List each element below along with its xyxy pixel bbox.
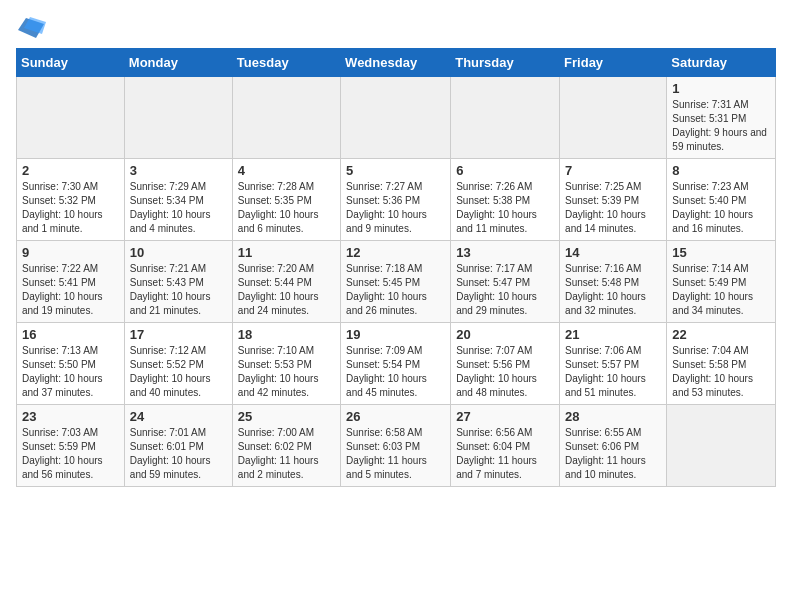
day-cell: 26Sunrise: 6:58 AM Sunset: 6:03 PM Dayli… [341,405,451,487]
day-number: 17 [130,327,227,342]
day-cell: 17Sunrise: 7:12 AM Sunset: 5:52 PM Dayli… [124,323,232,405]
day-info: Sunrise: 7:17 AM Sunset: 5:47 PM Dayligh… [456,262,554,318]
day-cell: 2Sunrise: 7:30 AM Sunset: 5:32 PM Daylig… [17,159,125,241]
day-info: Sunrise: 7:07 AM Sunset: 5:56 PM Dayligh… [456,344,554,400]
day-number: 16 [22,327,119,342]
week-row-5: 23Sunrise: 7:03 AM Sunset: 5:59 PM Dayli… [17,405,776,487]
day-cell: 24Sunrise: 7:01 AM Sunset: 6:01 PM Dayli… [124,405,232,487]
day-cell: 10Sunrise: 7:21 AM Sunset: 5:43 PM Dayli… [124,241,232,323]
day-number: 18 [238,327,335,342]
header-wednesday: Wednesday [341,49,451,77]
day-cell: 27Sunrise: 6:56 AM Sunset: 6:04 PM Dayli… [451,405,560,487]
day-number: 21 [565,327,661,342]
day-number: 19 [346,327,445,342]
day-number: 13 [456,245,554,260]
day-number: 22 [672,327,770,342]
day-info: Sunrise: 7:04 AM Sunset: 5:58 PM Dayligh… [672,344,770,400]
day-cell [17,77,125,159]
day-number: 1 [672,81,770,96]
day-cell: 25Sunrise: 7:00 AM Sunset: 6:02 PM Dayli… [232,405,340,487]
day-cell [232,77,340,159]
day-number: 2 [22,163,119,178]
logo-icon [16,16,46,40]
day-info: Sunrise: 6:58 AM Sunset: 6:03 PM Dayligh… [346,426,445,482]
day-info: Sunrise: 7:27 AM Sunset: 5:36 PM Dayligh… [346,180,445,236]
day-info: Sunrise: 7:20 AM Sunset: 5:44 PM Dayligh… [238,262,335,318]
day-cell: 5Sunrise: 7:27 AM Sunset: 5:36 PM Daylig… [341,159,451,241]
day-info: Sunrise: 7:29 AM Sunset: 5:34 PM Dayligh… [130,180,227,236]
calendar-table: SundayMondayTuesdayWednesdayThursdayFrid… [16,48,776,487]
day-cell: 13Sunrise: 7:17 AM Sunset: 5:47 PM Dayli… [451,241,560,323]
day-number: 10 [130,245,227,260]
day-info: Sunrise: 7:00 AM Sunset: 6:02 PM Dayligh… [238,426,335,482]
day-info: Sunrise: 7:28 AM Sunset: 5:35 PM Dayligh… [238,180,335,236]
day-info: Sunrise: 7:09 AM Sunset: 5:54 PM Dayligh… [346,344,445,400]
day-cell: 7Sunrise: 7:25 AM Sunset: 5:39 PM Daylig… [560,159,667,241]
week-row-1: 1Sunrise: 7:31 AM Sunset: 5:31 PM Daylig… [17,77,776,159]
day-info: Sunrise: 7:31 AM Sunset: 5:31 PM Dayligh… [672,98,770,154]
day-cell [341,77,451,159]
header-friday: Friday [560,49,667,77]
week-row-3: 9Sunrise: 7:22 AM Sunset: 5:41 PM Daylig… [17,241,776,323]
day-number: 9 [22,245,119,260]
day-number: 6 [456,163,554,178]
day-info: Sunrise: 7:18 AM Sunset: 5:45 PM Dayligh… [346,262,445,318]
day-cell: 3Sunrise: 7:29 AM Sunset: 5:34 PM Daylig… [124,159,232,241]
day-number: 28 [565,409,661,424]
day-number: 5 [346,163,445,178]
week-row-2: 2Sunrise: 7:30 AM Sunset: 5:32 PM Daylig… [17,159,776,241]
day-number: 24 [130,409,227,424]
header-tuesday: Tuesday [232,49,340,77]
logo [16,16,50,40]
day-cell [451,77,560,159]
day-cell [124,77,232,159]
day-cell: 20Sunrise: 7:07 AM Sunset: 5:56 PM Dayli… [451,323,560,405]
day-number: 15 [672,245,770,260]
calendar-body: 1Sunrise: 7:31 AM Sunset: 5:31 PM Daylig… [17,77,776,487]
day-info: Sunrise: 7:06 AM Sunset: 5:57 PM Dayligh… [565,344,661,400]
day-cell: 12Sunrise: 7:18 AM Sunset: 5:45 PM Dayli… [341,241,451,323]
calendar-header: SundayMondayTuesdayWednesdayThursdayFrid… [17,49,776,77]
day-info: Sunrise: 7:10 AM Sunset: 5:53 PM Dayligh… [238,344,335,400]
day-number: 12 [346,245,445,260]
day-cell: 8Sunrise: 7:23 AM Sunset: 5:40 PM Daylig… [667,159,776,241]
day-number: 20 [456,327,554,342]
day-info: Sunrise: 7:16 AM Sunset: 5:48 PM Dayligh… [565,262,661,318]
day-cell: 21Sunrise: 7:06 AM Sunset: 5:57 PM Dayli… [560,323,667,405]
day-number: 25 [238,409,335,424]
day-number: 14 [565,245,661,260]
header-monday: Monday [124,49,232,77]
day-cell: 4Sunrise: 7:28 AM Sunset: 5:35 PM Daylig… [232,159,340,241]
week-row-4: 16Sunrise: 7:13 AM Sunset: 5:50 PM Dayli… [17,323,776,405]
day-cell: 11Sunrise: 7:20 AM Sunset: 5:44 PM Dayli… [232,241,340,323]
day-cell: 18Sunrise: 7:10 AM Sunset: 5:53 PM Dayli… [232,323,340,405]
day-cell: 22Sunrise: 7:04 AM Sunset: 5:58 PM Dayli… [667,323,776,405]
day-info: Sunrise: 7:01 AM Sunset: 6:01 PM Dayligh… [130,426,227,482]
day-number: 11 [238,245,335,260]
day-info: Sunrise: 7:03 AM Sunset: 5:59 PM Dayligh… [22,426,119,482]
day-number: 23 [22,409,119,424]
day-info: Sunrise: 7:21 AM Sunset: 5:43 PM Dayligh… [130,262,227,318]
day-info: Sunrise: 6:56 AM Sunset: 6:04 PM Dayligh… [456,426,554,482]
day-number: 27 [456,409,554,424]
page-header [16,16,776,40]
day-info: Sunrise: 7:22 AM Sunset: 5:41 PM Dayligh… [22,262,119,318]
day-cell: 23Sunrise: 7:03 AM Sunset: 5:59 PM Dayli… [17,405,125,487]
day-cell: 14Sunrise: 7:16 AM Sunset: 5:48 PM Dayli… [560,241,667,323]
day-cell: 15Sunrise: 7:14 AM Sunset: 5:49 PM Dayli… [667,241,776,323]
day-number: 26 [346,409,445,424]
day-cell [560,77,667,159]
day-cell: 6Sunrise: 7:26 AM Sunset: 5:38 PM Daylig… [451,159,560,241]
header-sunday: Sunday [17,49,125,77]
day-cell: 16Sunrise: 7:13 AM Sunset: 5:50 PM Dayli… [17,323,125,405]
header-thursday: Thursday [451,49,560,77]
day-cell: 28Sunrise: 6:55 AM Sunset: 6:06 PM Dayli… [560,405,667,487]
day-number: 3 [130,163,227,178]
header-row: SundayMondayTuesdayWednesdayThursdayFrid… [17,49,776,77]
day-cell: 19Sunrise: 7:09 AM Sunset: 5:54 PM Dayli… [341,323,451,405]
day-info: Sunrise: 7:23 AM Sunset: 5:40 PM Dayligh… [672,180,770,236]
day-info: Sunrise: 7:13 AM Sunset: 5:50 PM Dayligh… [22,344,119,400]
day-cell: 9Sunrise: 7:22 AM Sunset: 5:41 PM Daylig… [17,241,125,323]
day-info: Sunrise: 7:30 AM Sunset: 5:32 PM Dayligh… [22,180,119,236]
day-cell: 1Sunrise: 7:31 AM Sunset: 5:31 PM Daylig… [667,77,776,159]
